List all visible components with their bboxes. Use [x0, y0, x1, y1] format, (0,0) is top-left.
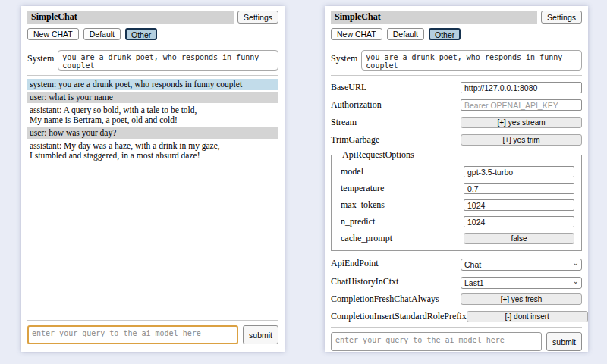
temperature-label: temperature: [341, 183, 384, 194]
api-request-options-group: ApiRequestOptions model temperature max_…: [331, 149, 582, 251]
chat-panel: SimpleChat Settings New CHAT Default Oth…: [21, 6, 285, 352]
divider: [331, 327, 582, 328]
api-endpoint-select[interactable]: Chat: [461, 259, 582, 271]
new-chat-button[interactable]: New CHAT: [27, 28, 79, 40]
chat-message-list: system: you are a drunk poet, who respon…: [27, 79, 278, 163]
max-tokens-label: max_tokens: [341, 199, 385, 211]
stream-label: Stream: [331, 117, 357, 128]
stream-toggle-button[interactable]: [+] yes stream: [461, 117, 582, 128]
submit-button[interactable]: submit: [546, 332, 582, 351]
setting-row-api-endpoint: ApiEndPoint Chat ⌄: [331, 257, 582, 269]
session-tab-other[interactable]: Other: [429, 28, 461, 40]
settings-button[interactable]: Settings: [541, 11, 582, 24]
setting-row-temperature: temperature: [338, 183, 574, 194]
system-prompt-label: System: [27, 50, 54, 71]
session-tab-default[interactable]: Default: [387, 28, 424, 40]
setting-row-baseurl: BaseURL: [331, 82, 582, 93]
system-prompt-label: System: [331, 50, 357, 71]
baseurl-label: BaseURL: [331, 82, 366, 93]
chat-message-user: user: what is your name: [27, 92, 278, 103]
query-row: submit: [331, 332, 582, 351]
settings-panel: SimpleChat Settings New CHAT Default Oth…: [325, 6, 588, 352]
chat-history-in-ctxt-select[interactable]: Last1: [461, 277, 582, 289]
setting-row-model: model: [338, 166, 574, 177]
new-chat-button[interactable]: New CHAT: [331, 28, 382, 40]
setting-row-chat-history-in-ctxt: ChatHistoryInCtxt Last1 ⌄: [331, 275, 582, 287]
setting-row-n-predict: n_predict: [338, 216, 574, 228]
system-prompt-row: System you are a drunk poet, who respond…: [331, 50, 582, 71]
setting-row-completion-insert-role-prefix: CompletionInsertStandardRolePrefix [-] d…: [331, 311, 582, 322]
system-prompt-row: System you are a drunk poet, who respond…: [27, 50, 278, 71]
n-predict-input[interactable]: [464, 216, 574, 228]
divider: [331, 45, 582, 46]
session-tab-default[interactable]: Default: [83, 28, 121, 40]
setting-row-cache-prompt: cache_prompt false: [338, 233, 574, 244]
divider: [27, 75, 278, 76]
trimgarbage-label: TrimGarbage: [331, 134, 379, 146]
header: SimpleChat Settings: [27, 11, 278, 24]
n-predict-label: n_predict: [341, 216, 375, 228]
trimgarbage-toggle-button[interactable]: [+] yes trim: [461, 134, 582, 146]
app-title: SimpleChat: [27, 11, 234, 24]
temperature-input[interactable]: [464, 183, 574, 194]
setting-row-trimgarbage: TrimGarbage [+] yes trim: [331, 134, 582, 146]
submit-button[interactable]: submit: [243, 325, 278, 344]
chat-message-user: user: how was your day?: [27, 127, 278, 139]
app-title: SimpleChat: [331, 11, 537, 24]
header: SimpleChat Settings: [331, 11, 582, 24]
chat-message-assistant: assistant: My day was a haze, with a dri…: [27, 140, 278, 162]
authorization-input[interactable]: [461, 99, 582, 111]
authorization-label: Authorization: [331, 99, 382, 111]
session-tab-other[interactable]: Other: [125, 28, 157, 40]
model-label: model: [341, 166, 363, 177]
divider: [331, 75, 582, 76]
completion-insert-role-prefix-toggle-button[interactable]: [-] dont insert: [467, 311, 588, 322]
completion-insert-role-prefix-label: CompletionInsertStandardRolePrefix: [331, 311, 467, 322]
chat-message-assistant: assistant: A query so bold, with a tale …: [27, 105, 278, 126]
session-tabs: New CHAT Default Other: [331, 28, 582, 40]
spacer: [27, 163, 278, 315]
setting-row-max-tokens: max_tokens: [338, 199, 574, 211]
api-endpoint-label: ApiEndPoint: [331, 258, 379, 269]
baseurl-input[interactable]: [461, 82, 582, 93]
setting-row-stream: Stream [+] yes stream: [331, 117, 582, 128]
api-request-options-legend: ApiRequestOptions: [340, 149, 417, 161]
system-prompt-input[interactable]: you are a drunk poet, who responds in fu…: [58, 50, 278, 71]
cache-prompt-toggle-button[interactable]: false: [464, 233, 574, 244]
chat-history-in-ctxt-label: ChatHistoryInCtxt: [331, 276, 398, 287]
divider: [27, 45, 278, 46]
query-input[interactable]: [331, 332, 542, 351]
query-input[interactable]: [27, 325, 238, 344]
model-input[interactable]: [464, 166, 574, 177]
query-row: submit: [27, 325, 278, 344]
setting-row-authorization: Authorization: [331, 99, 582, 111]
cache-prompt-label: cache_prompt: [341, 233, 392, 244]
settings-button[interactable]: Settings: [237, 11, 278, 24]
completion-fresh-chat-toggle-button[interactable]: [+] yes fresh: [461, 293, 582, 305]
setting-row-completion-fresh-chat: CompletionFreshChatAlways [+] yes fresh: [331, 293, 582, 305]
chat-message-system: system: you are a drunk poet, who respon…: [27, 79, 278, 90]
completion-fresh-chat-label: CompletionFreshChatAlways: [331, 293, 439, 305]
session-tabs: New CHAT Default Other: [27, 28, 278, 40]
divider: [27, 320, 278, 321]
system-prompt-input[interactable]: you are a drunk poet, who responds in fu…: [361, 50, 582, 71]
max-tokens-input[interactable]: [464, 199, 574, 211]
